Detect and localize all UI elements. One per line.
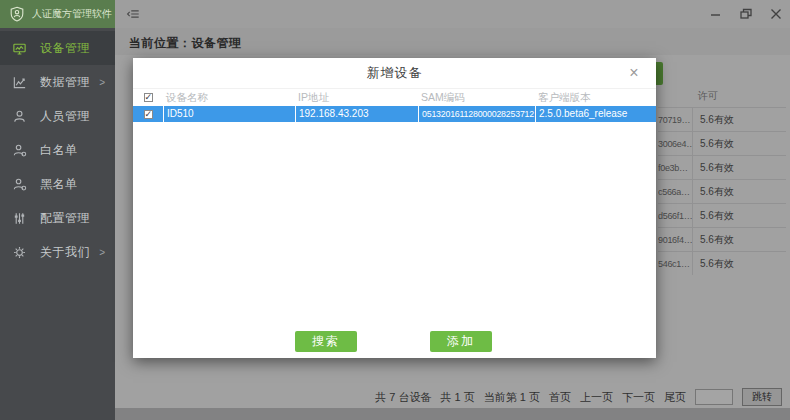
data-manage-icon: [12, 75, 27, 90]
sidebar-item-person-manage[interactable]: 人员管理: [0, 99, 115, 133]
col-header-version: 客户端版本: [535, 91, 656, 105]
sidebar-item-label: 数据管理: [40, 74, 90, 91]
blacklist-person-icon: [12, 177, 27, 192]
sidebar-nav: 设备管理 数据管理 > 人员管理: [0, 31, 115, 269]
chevron-right-icon: >: [99, 247, 105, 258]
sidebar-item-label: 白名单: [40, 142, 78, 159]
search-button[interactable]: 搜索: [295, 331, 357, 352]
shield-logo-icon: [9, 6, 25, 22]
person-manage-icon: [12, 109, 27, 124]
dialog-close-button[interactable]: ×: [624, 63, 644, 83]
col-header-device-name: 设备名称: [163, 91, 295, 105]
ip-address-cell: 192.168.43.203: [295, 106, 418, 122]
whitelist-person-icon: [12, 143, 27, 158]
dialog-header: 新增设备 ×: [133, 58, 656, 88]
sidebar-item-data-manage[interactable]: 数据管理 >: [0, 65, 115, 99]
add-device-dialog: 新增设备 × 设备名称 IP地址 SAM编码 客户端版本 ID510 192.1…: [133, 58, 656, 358]
sam-code-cell: 051320161128000028253712…: [418, 106, 535, 122]
sidebar: 人证魔方管理软件 设备管理 数据管理 >: [0, 0, 115, 420]
close-icon: ×: [629, 64, 638, 81]
sidebar-item-label: 关于我们: [40, 244, 90, 261]
sidebar-item-whitelist[interactable]: 白名单: [0, 133, 115, 167]
config-sliders-icon: [12, 211, 27, 226]
app-title: 人证魔方管理软件: [32, 7, 112, 21]
sidebar-item-config-manage[interactable]: 配置管理: [0, 201, 115, 235]
gear-icon: [12, 245, 27, 260]
col-header-ip: IP地址: [295, 91, 418, 105]
sidebar-item-label: 黑名单: [40, 176, 78, 193]
app-logo: 人证魔方管理软件: [0, 0, 115, 28]
app-window: 人证魔方管理软件 设备管理 数据管理 >: [0, 0, 790, 420]
new-device-table: 设备名称 IP地址 SAM编码 客户端版本 ID510 192.168.43.2…: [133, 88, 656, 122]
client-version-cell: 2.5.0.beta6_release: [535, 106, 656, 122]
dialog-title: 新增设备: [133, 58, 656, 88]
sidebar-item-about[interactable]: 关于我们 >: [0, 235, 115, 269]
select-all-checkbox[interactable]: [144, 93, 153, 102]
sidebar-item-label: 配置管理: [40, 210, 90, 227]
device-name-cell: ID510: [163, 106, 295, 122]
sidebar-item-label: 人员管理: [40, 108, 90, 125]
device-manage-icon: [12, 41, 27, 56]
col-header-sam: SAM编码: [418, 91, 535, 105]
chevron-right-icon: >: [99, 77, 105, 88]
sidebar-item-label: 设备管理: [40, 40, 90, 57]
row-checkbox[interactable]: [144, 110, 153, 119]
sidebar-item-device-manage[interactable]: 设备管理: [0, 31, 115, 65]
sidebar-item-blacklist[interactable]: 黑名单: [0, 167, 115, 201]
device-row-selected[interactable]: ID510 192.168.43.203 0513201611280000282…: [133, 106, 656, 122]
table-header-row: 设备名称 IP地址 SAM编码 客户端版本: [133, 89, 656, 106]
add-button[interactable]: 添加: [430, 331, 492, 352]
